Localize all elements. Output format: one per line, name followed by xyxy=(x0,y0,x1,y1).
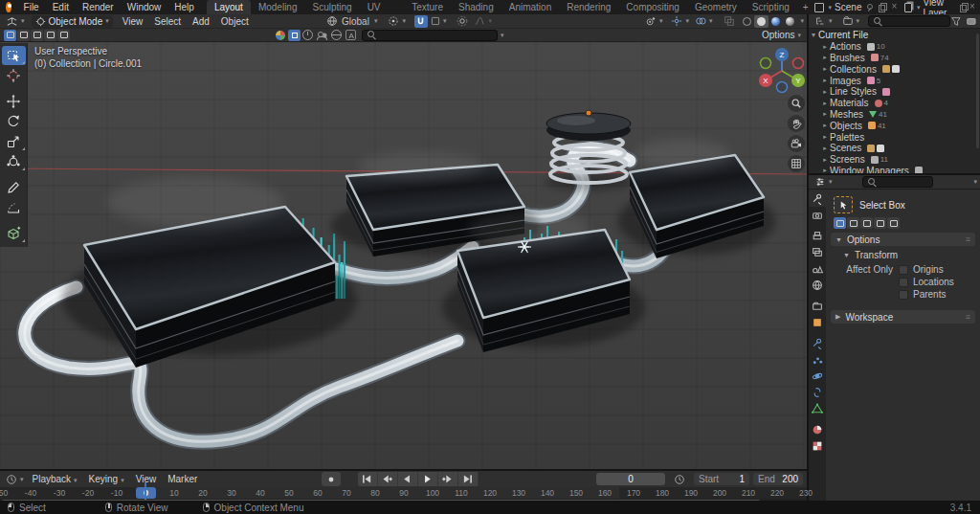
transform-panel-header[interactable]: ▼ Transform xyxy=(843,249,980,261)
tool-transform-button[interactable] xyxy=(2,152,26,171)
outliner-editor-type-button[interactable]: ▾ xyxy=(812,15,835,28)
gizmo-neg-x-axis[interactable] xyxy=(793,58,804,69)
camera-view-button[interactable] xyxy=(788,135,805,152)
timeline-menu-playback[interactable]: Playback▾ xyxy=(27,474,83,484)
select-mode-extend-button[interactable] xyxy=(17,30,30,41)
outliner-root-row[interactable]: ▼Current File xyxy=(809,30,980,41)
checkbox-origins[interactable] xyxy=(899,265,908,275)
zoom-button[interactable] xyxy=(788,95,805,112)
clock-icon[interactable] xyxy=(302,30,313,40)
properties-editor-type-button[interactable]: ▾ xyxy=(812,176,835,189)
shading-rendered-button[interactable] xyxy=(783,15,797,28)
menu-window[interactable]: Window xyxy=(121,2,168,12)
select-mode-new-button[interactable] xyxy=(4,30,16,41)
select-mode-intersect-button[interactable] xyxy=(57,30,70,41)
menu-file[interactable]: File xyxy=(17,2,46,12)
pin-icon[interactable] xyxy=(865,3,874,11)
properties-tab-constraints[interactable] xyxy=(809,384,826,400)
workspace-tab-scripting[interactable]: Scripting xyxy=(745,0,797,14)
play-reverse-button[interactable] xyxy=(398,472,418,486)
timeline-ruler[interactable]: 0 -50-40-30-20-1010203040506070809010011… xyxy=(0,487,807,499)
outliner-item-scenes[interactable]: ▸Scenes xyxy=(809,143,980,154)
timeline-editor-type-button[interactable]: ▾ xyxy=(3,473,27,485)
checkbox-locations[interactable] xyxy=(899,278,908,287)
options-dropdown[interactable]: Options xyxy=(762,30,794,40)
outliner-item-actions[interactable]: ▸Actions10 xyxy=(809,41,980,53)
play-button[interactable] xyxy=(418,472,438,486)
expand-icon[interactable]: ▸ xyxy=(820,145,830,152)
viewport-menu-select[interactable]: Select xyxy=(148,16,187,27)
properties-tab-modifiers[interactable] xyxy=(809,335,826,351)
properties-tab-view-layer[interactable] xyxy=(809,244,826,260)
use-preview-range-button[interactable] xyxy=(671,473,688,485)
users-icon[interactable] xyxy=(317,30,327,40)
select-mode-new-button[interactable] xyxy=(834,217,846,229)
annotation-icon[interactable] xyxy=(345,30,356,40)
outliner-item-brushes[interactable]: ▸Brushes74 xyxy=(809,53,980,64)
workspace-tab-sculpting[interactable]: Sculpting xyxy=(305,0,360,14)
gizmos-toggle[interactable]: ▾ xyxy=(668,15,692,28)
pivot-point-dropdown[interactable]: ▾ xyxy=(385,15,409,28)
xray-toggle[interactable] xyxy=(721,15,738,28)
record-button[interactable] xyxy=(322,472,341,486)
orientation-dropdown[interactable]: Global ▾ xyxy=(323,15,380,28)
outliner-item-meshes[interactable]: ▸Meshes41 xyxy=(809,109,980,121)
menu-help[interactable]: Help xyxy=(167,2,201,12)
properties-search-input[interactable] xyxy=(862,176,933,188)
workspace-panel-header[interactable]: ▶ Workspace ≡ xyxy=(831,310,975,324)
properties-tab-particles[interactable] xyxy=(809,351,826,368)
shading-wireframe-button[interactable] xyxy=(740,15,754,28)
viewport-menu-view[interactable]: View xyxy=(117,16,149,27)
proportional-edit-toggle[interactable] xyxy=(454,15,471,28)
current-frame-field[interactable]: 0 xyxy=(596,473,665,485)
editor-type-button[interactable]: ▾ xyxy=(3,15,28,28)
tool-annotate-button[interactable] xyxy=(2,178,26,197)
workspace-tab-shading[interactable]: Shading xyxy=(451,0,501,14)
workspace-tab-geometry-nodes[interactable]: Geometry Nodes xyxy=(687,0,745,14)
world-filter-icon[interactable] xyxy=(331,30,342,40)
close-scene-icon[interactable] xyxy=(890,3,899,11)
workspace-tab-modeling[interactable]: Modeling xyxy=(251,0,305,14)
properties-tab-render[interactable] xyxy=(809,207,826,223)
viewport-canvas[interactable]: User Perspective (0) Collection | Circle… xyxy=(0,42,807,469)
workspace-tab-layout[interactable]: Layout xyxy=(207,0,251,14)
expand-icon[interactable]: ▸ xyxy=(820,122,830,129)
close-view-layer-icon[interactable] xyxy=(969,3,974,11)
workspace-tab-texture-paint[interactable]: Texture Paint xyxy=(404,0,451,14)
tool-move-button[interactable] xyxy=(2,92,26,111)
properties-tab-material[interactable] xyxy=(809,421,826,437)
proportional-falloff-dropdown[interactable]: ▾ xyxy=(471,15,495,28)
workspace-tab-animation[interactable]: Animation xyxy=(501,0,559,14)
properties-tab-object[interactable] xyxy=(809,314,826,330)
shading-material-button[interactable] xyxy=(768,15,783,28)
outliner-item-palettes[interactable]: ▸Palettes xyxy=(809,131,980,143)
outliner-item-materials[interactable]: ▸Materials4 xyxy=(809,98,980,109)
properties-tab-output[interactable] xyxy=(809,228,826,244)
properties-tab-scene[interactable] xyxy=(809,260,826,277)
jump-prev-keyframe-button[interactable] xyxy=(378,472,398,486)
options-panel-header[interactable]: ▼ Options ≡ xyxy=(831,233,975,246)
expand-icon[interactable]: ▸ xyxy=(820,88,830,96)
expand-icon[interactable]: ▸ xyxy=(820,100,830,107)
select-mode-invert-button[interactable] xyxy=(874,217,886,229)
filter-funnel-icon[interactable] xyxy=(950,15,962,27)
viewport-search-input[interactable] xyxy=(362,30,498,41)
jump-to-end-button[interactable] xyxy=(458,472,479,486)
select-mode-subtract-button[interactable] xyxy=(31,30,43,41)
blender-logo-icon[interactable] xyxy=(6,2,11,12)
shading-solid-button[interactable] xyxy=(754,15,768,28)
new-scene-icon[interactable] xyxy=(878,3,886,11)
new-collection-icon[interactable] xyxy=(966,15,977,27)
spring-object[interactable] xyxy=(545,110,633,190)
expand-icon[interactable]: ▸ xyxy=(820,43,830,51)
color-palette-icon[interactable] xyxy=(276,31,285,40)
viewport-menu-object[interactable]: Object xyxy=(215,16,255,27)
overlays-toggle[interactable]: ▾ xyxy=(692,15,716,28)
expand-icon[interactable]: ▸ xyxy=(820,77,830,84)
toggle-ortho-button[interactable] xyxy=(788,155,805,172)
expand-icon[interactable]: ▸ xyxy=(820,65,830,73)
properties-tab-object-data[interactable] xyxy=(809,400,826,416)
outliner-scrollbar[interactable] xyxy=(976,34,979,148)
gizmo-neg-y-axis[interactable] xyxy=(761,58,771,69)
filter-dropdown[interactable]: ▾ xyxy=(501,32,504,39)
